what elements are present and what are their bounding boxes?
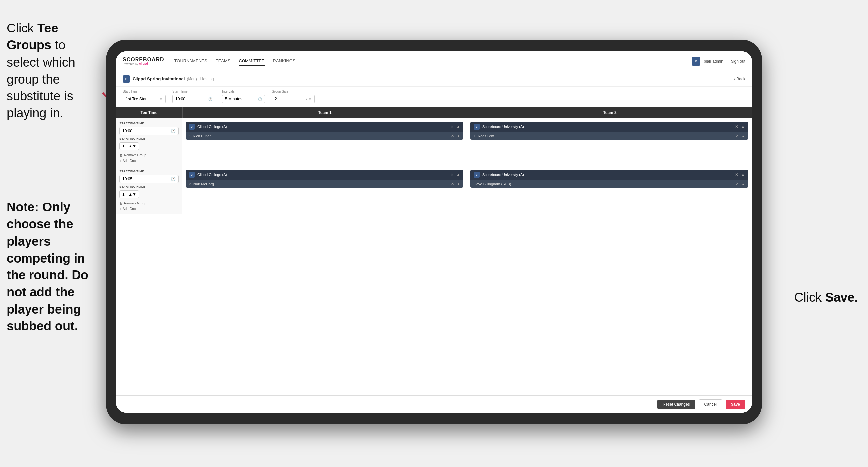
team1-name-2: Clippd College (A) bbox=[197, 173, 447, 177]
remove-group-btn-1[interactable]: 🗑 Remove Group bbox=[119, 153, 179, 157]
start-type-group: Start Type 1st Tee Start ▼ bbox=[123, 90, 166, 104]
team1-x-btn-1[interactable]: ✕ bbox=[450, 124, 454, 129]
team1-cell-2: C Clippd College (A) ✕ ▲ 2. Blair McHarg… bbox=[182, 166, 467, 214]
hole-input-1[interactable]: 1 ▲▼ bbox=[119, 142, 139, 150]
cancel-button[interactable]: Cancel bbox=[699, 399, 722, 409]
breadcrumb-gender: (Men) bbox=[187, 77, 197, 81]
group-size-group: Group Size 2 ▲▼ bbox=[272, 90, 315, 104]
breadcrumb-bar: B Clippd Spring Invitational (Men) Hosti… bbox=[116, 71, 752, 87]
remove-group-btn-2[interactable]: 🗑 Remove Group bbox=[119, 202, 179, 205]
group-row: STARTING TIME: 10:00 🕐 STARTING HOLE: 1 … bbox=[116, 118, 752, 166]
team1-x-btn-2[interactable]: ✕ bbox=[450, 172, 454, 177]
player2-x-2[interactable]: ✕ bbox=[736, 182, 739, 186]
team1-card-1[interactable]: C Clippd College (A) ✕ ▲ 1. Rich Butler … bbox=[186, 122, 464, 140]
team2-controls-2: ✕ ▲ bbox=[735, 172, 745, 177]
team1-player-controls-1: ✕ ▲ bbox=[451, 134, 460, 138]
team1-cell-1: C Clippd College (A) ✕ ▲ 1. Rich Butler … bbox=[182, 118, 467, 166]
team2-card-header-2: S Scoreboard University (A) ✕ ▲ bbox=[470, 170, 748, 180]
group-size-chevron: ▲▼ bbox=[305, 97, 312, 101]
starting-time-label-2: STARTING TIME: bbox=[119, 170, 179, 173]
logo-clippd: clippd bbox=[140, 62, 148, 66]
intervals-label: Intervals bbox=[222, 90, 265, 93]
save-button[interactable]: Save bbox=[725, 400, 745, 409]
team2-name-1: Scoreboard University (A) bbox=[483, 125, 733, 128]
nav-links: TOURNAMENTS TEAMS COMMITTEE RANKINGS bbox=[174, 57, 692, 66]
tablet-screen: SCOREBOARD Powered by clippd TOURNAMENTS… bbox=[116, 51, 752, 413]
team2-card-2[interactable]: S Scoreboard University (A) ✕ ▲ Dave Bil… bbox=[470, 170, 748, 187]
player1-x-2[interactable]: ✕ bbox=[451, 182, 454, 186]
hole-input-2[interactable]: 1 ▲▼ bbox=[119, 190, 139, 198]
reset-changes-button[interactable]: Reset Changes bbox=[657, 400, 695, 409]
team1-up-btn-1[interactable]: ▲ bbox=[456, 124, 460, 129]
add-group-btn-2[interactable]: + Add Group bbox=[119, 207, 179, 211]
team2-up-btn-1[interactable]: ▲ bbox=[741, 124, 745, 129]
nav-rankings[interactable]: RANKINGS bbox=[273, 57, 296, 66]
instruction-line1: Click bbox=[7, 21, 37, 35]
player1-up-1[interactable]: ▲ bbox=[457, 134, 460, 138]
note-prefix: Note: bbox=[7, 200, 42, 214]
intervals-group: Intervals 5 Minutes 🕐 bbox=[222, 90, 265, 104]
logo-scoreboard: SCOREBOARD bbox=[123, 57, 164, 63]
team2-player-2: Dave Billingham (SUB) ✕ ▲ bbox=[470, 180, 748, 187]
player2-x-1[interactable]: ✕ bbox=[736, 134, 739, 138]
tee-time-header: Tee Time bbox=[116, 107, 182, 118]
table-header: Tee Time Team 1 Team 2 bbox=[116, 107, 752, 118]
team2-header: Team 2 bbox=[467, 107, 752, 118]
team2-up-btn-2[interactable]: ▲ bbox=[741, 172, 745, 177]
player2-up-2[interactable]: ▲ bbox=[741, 182, 745, 186]
team2-card-header-1: S Scoreboard University (A) ✕ ▲ bbox=[470, 122, 748, 132]
time-icon-2: 🕐 bbox=[170, 177, 176, 181]
group-size-input[interactable]: 2 ▲▼ bbox=[272, 95, 315, 104]
player2-up-1[interactable]: ▲ bbox=[741, 134, 745, 138]
player1-x-1[interactable]: ✕ bbox=[451, 134, 454, 138]
intervals-chevron: 🕐 bbox=[258, 97, 262, 101]
team2-player-controls-1: ✕ ▲ bbox=[736, 134, 745, 138]
team1-player-2: 2. Blair McHarg ✕ ▲ bbox=[186, 180, 464, 187]
start-type-chevron: ▼ bbox=[159, 97, 163, 101]
starting-hole-label-1: STARTING HOLE: bbox=[119, 137, 179, 140]
team2-x-btn-1[interactable]: ✕ bbox=[735, 124, 739, 129]
team1-header: Team 1 bbox=[182, 107, 467, 118]
add-group-btn-1[interactable]: + Add Group bbox=[119, 159, 179, 163]
add-icon-1: + bbox=[119, 159, 121, 163]
start-type-label: Start Type bbox=[123, 90, 166, 93]
team1-card-header-2: C Clippd College (A) ✕ ▲ bbox=[186, 170, 464, 180]
click-save-label: Click Save. bbox=[795, 290, 858, 304]
time-input-2[interactable]: 10:05 🕐 bbox=[119, 175, 179, 183]
start-time-input[interactable]: 10:00 🕐 bbox=[172, 95, 215, 104]
team2-card-1[interactable]: S Scoreboard University (A) ✕ ▲ 1. Rees … bbox=[470, 122, 748, 140]
nav-committee[interactable]: COMMITTEE bbox=[239, 57, 265, 66]
team2-x-btn-2[interactable]: ✕ bbox=[735, 172, 739, 177]
sign-out-link[interactable]: Sign out bbox=[731, 59, 745, 64]
settings-row: Start Type 1st Tee Start ▼ Start Time 10… bbox=[116, 87, 752, 107]
breadcrumb-back[interactable]: ‹ Back bbox=[734, 77, 745, 81]
team2-player-controls-2: ✕ ▲ bbox=[736, 182, 745, 186]
team2-icon-1: S bbox=[474, 124, 480, 129]
team2-player-name-2: Dave Billingham (SUB) bbox=[474, 182, 736, 186]
intervals-input[interactable]: 5 Minutes 🕐 bbox=[222, 95, 265, 104]
player1-up-2[interactable]: ▲ bbox=[457, 182, 460, 186]
team1-card-2[interactable]: C Clippd College (A) ✕ ▲ 2. Blair McHarg… bbox=[186, 170, 464, 187]
remove-icon-1: 🗑 bbox=[119, 153, 123, 157]
time-input-1[interactable]: 10:00 🕐 bbox=[119, 127, 179, 135]
logo-powered: Powered by bbox=[123, 63, 138, 66]
add-icon-2: + bbox=[119, 207, 121, 211]
start-time-group: Start Time 10:00 🕐 bbox=[172, 90, 215, 104]
nav-tournaments[interactable]: TOURNAMENTS bbox=[174, 57, 207, 66]
table-area: Tee Time Team 1 Team 2 STARTING TIME: 10… bbox=[116, 107, 752, 396]
start-time-chevron: 🕐 bbox=[208, 97, 212, 101]
team1-player-name-1: 1. Rich Butler bbox=[189, 134, 451, 138]
team1-player-controls-2: ✕ ▲ bbox=[451, 182, 460, 186]
team1-player-name-2: 2. Blair McHarg bbox=[189, 182, 451, 186]
start-type-input[interactable]: 1st Tee Start ▼ bbox=[123, 95, 166, 104]
team1-up-btn-2[interactable]: ▲ bbox=[456, 172, 460, 177]
starting-time-label-1: STARTING TIME: bbox=[119, 122, 179, 125]
team2-cell-2: S Scoreboard University (A) ✕ ▲ Dave Bil… bbox=[467, 166, 752, 214]
team1-controls-2: ✕ ▲ bbox=[450, 172, 460, 177]
note-text: Note: Only choose the players competing … bbox=[0, 199, 109, 335]
user-avatar: B bbox=[692, 57, 700, 66]
team2-icon-2: S bbox=[474, 172, 480, 178]
nav-teams[interactable]: TEAMS bbox=[216, 57, 230, 66]
breadcrumb-icon: B bbox=[123, 75, 130, 83]
start-time-label: Start Time bbox=[172, 90, 215, 93]
